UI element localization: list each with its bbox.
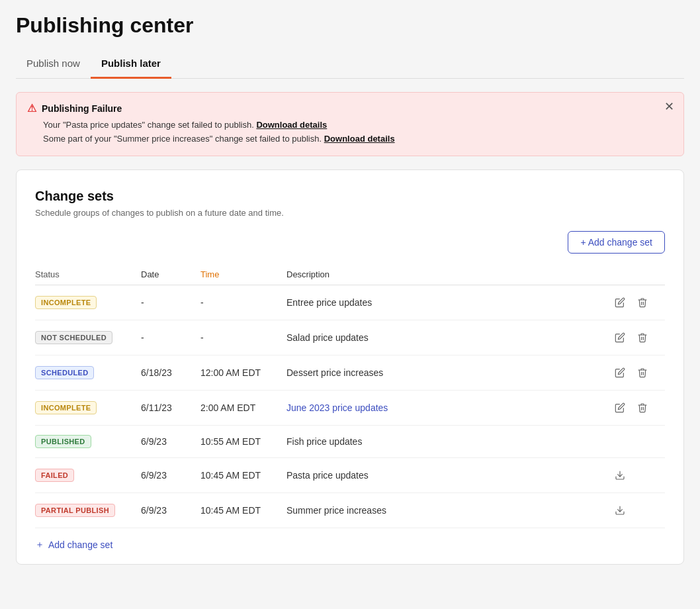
action-icons-5 <box>612 467 658 483</box>
alert-close-button[interactable]: ✕ <box>664 101 674 113</box>
date-cell-2: 6/18/23 <box>141 355 200 390</box>
delete-button-0[interactable] <box>634 295 650 310</box>
action-icons-2 <box>612 365 658 381</box>
description-cell-6: Summer price increases <box>286 492 612 528</box>
date-cell-0: - <box>141 285 200 320</box>
status-cell-5: FAILED <box>35 457 141 492</box>
card-subtitle: Schedule groups of changes to publish on… <box>35 208 665 218</box>
download-details-link-2[interactable]: Download details <box>324 134 395 144</box>
col-header-actions <box>612 264 665 285</box>
actions-cell-3 <box>612 390 665 425</box>
time-cell-3: 2:00 AM EDT <box>200 390 286 425</box>
table-header-row: Status Date Time Description <box>35 264 665 285</box>
status-badge-3: INCOMPLETE <box>35 401 97 414</box>
edit-button-2[interactable] <box>612 365 628 381</box>
description-link-3[interactable]: June 2023 price updates <box>286 402 388 413</box>
page-title: Publishing center <box>16 13 684 38</box>
status-badge-1: NOT SCHEDULED <box>35 331 112 344</box>
table-row: PARTIAL PUBLISH6/9/2310:45 AM EDTSummer … <box>35 492 665 528</box>
status-badge-6: PARTIAL PUBLISH <box>35 504 115 517</box>
status-badge-4: PUBLISHED <box>35 435 91 448</box>
status-cell-4: PUBLISHED <box>35 425 141 457</box>
time-cell-0: - <box>200 285 286 320</box>
edit-button-1[interactable] <box>612 330 628 346</box>
add-bottom-label: Add change set <box>48 539 112 550</box>
time-cell-5: 10:45 AM EDT <box>200 457 286 492</box>
time-cell-4: 10:55 AM EDT <box>200 425 286 457</box>
status-badge-5: FAILED <box>35 469 74 482</box>
alert-line-1-text: Your "Pasta price updates" change set fa… <box>43 120 256 130</box>
table-row: PUBLISHED6/9/2310:55 AM EDTFish price up… <box>35 425 665 457</box>
download-details-link-1[interactable]: Download details <box>256 120 327 130</box>
add-bottom-plus-icon: ＋ <box>35 539 44 551</box>
actions-cell-2 <box>612 355 665 390</box>
table-row: FAILED6/9/2310:45 AM EDTPasta price upda… <box>35 457 665 492</box>
description-cell-4: Fish price updates <box>286 425 612 457</box>
description-cell-3: June 2023 price updates <box>286 390 612 425</box>
date-cell-4: 6/9/23 <box>141 425 200 457</box>
change-sets-card: Change sets Schedule groups of changes t… <box>16 169 684 565</box>
tab-publish-later[interactable]: Publish later <box>91 51 171 79</box>
table-row: NOT SCHEDULED--Salad price updates <box>35 320 665 355</box>
action-icons-3 <box>612 400 658 416</box>
col-header-date: Date <box>141 264 200 285</box>
action-icons-0 <box>612 295 658 310</box>
status-cell-1: NOT SCHEDULED <box>35 320 141 355</box>
warning-icon: ⚠ <box>27 102 36 115</box>
alert-line-1: Your "Pasta price updates" change set fa… <box>43 118 673 132</box>
add-btn-top-container: + Add change set <box>35 231 665 254</box>
actions-cell-4 <box>612 425 665 457</box>
time-cell-1: - <box>200 320 286 355</box>
add-change-set-button-top[interactable]: + Add change set <box>568 231 665 254</box>
alert-line-2: Some part of your "Summer price increase… <box>43 132 673 146</box>
tab-publish-now[interactable]: Publish now <box>16 51 91 79</box>
date-cell-3: 6/11/23 <box>141 390 200 425</box>
actions-cell-5 <box>612 457 665 492</box>
status-cell-6: PARTIAL PUBLISH <box>35 492 141 528</box>
download-button-5[interactable] <box>612 467 628 483</box>
col-header-description: Description <box>286 264 612 285</box>
table-row: SCHEDULED6/18/2312:00 AM EDTDessert pric… <box>35 355 665 390</box>
card-title: Change sets <box>35 189 665 204</box>
alert-line-2-text: Some part of your "Summer price increase… <box>43 134 324 144</box>
delete-button-2[interactable] <box>634 365 650 381</box>
description-cell-2: Dessert price increases <box>286 355 612 390</box>
date-cell-1: - <box>141 320 200 355</box>
add-change-set-link-bottom[interactable]: ＋ Add change set <box>35 539 665 551</box>
description-cell-1: Salad price updates <box>286 320 612 355</box>
action-icons-1 <box>612 330 658 346</box>
edit-button-3[interactable] <box>612 400 628 416</box>
actions-cell-1 <box>612 320 665 355</box>
table-row: INCOMPLETE--Entree price updates <box>35 285 665 320</box>
alert-body: Your "Pasta price updates" change set fa… <box>27 118 673 146</box>
description-cell-0: Entree price updates <box>286 285 612 320</box>
col-header-status: Status <box>35 264 141 285</box>
status-cell-3: INCOMPLETE <box>35 390 141 425</box>
alert-banner: ⚠ Publishing Failure Your "Pasta price u… <box>16 92 684 156</box>
time-cell-2: 12:00 AM EDT <box>200 355 286 390</box>
delete-button-1[interactable] <box>634 330 650 346</box>
delete-button-3[interactable] <box>634 400 650 416</box>
download-button-6[interactable] <box>612 502 628 518</box>
status-badge-0: INCOMPLETE <box>35 296 97 309</box>
status-badge-2: SCHEDULED <box>35 366 94 379</box>
alert-title: Publishing Failure <box>42 103 122 114</box>
time-cell-6: 10:45 AM EDT <box>200 492 286 528</box>
action-icons-6 <box>612 502 658 518</box>
col-header-time: Time <box>200 264 286 285</box>
table-row: INCOMPLETE6/11/232:00 AM EDTJune 2023 pr… <box>35 390 665 425</box>
status-cell-2: SCHEDULED <box>35 355 141 390</box>
change-sets-table: Status Date Time Description INCOMPLETE-… <box>35 264 665 528</box>
date-cell-6: 6/9/23 <box>141 492 200 528</box>
tabs-container: Publish now Publish later <box>16 51 684 79</box>
edit-button-0[interactable] <box>612 295 628 310</box>
page-container: Publishing center Publish now Publish la… <box>0 0 700 609</box>
date-cell-5: 6/9/23 <box>141 457 200 492</box>
actions-cell-0 <box>612 285 665 320</box>
actions-cell-6 <box>612 492 665 528</box>
description-cell-5: Pasta price updates <box>286 457 612 492</box>
status-cell-0: INCOMPLETE <box>35 285 141 320</box>
alert-header: ⚠ Publishing Failure <box>27 102 673 115</box>
